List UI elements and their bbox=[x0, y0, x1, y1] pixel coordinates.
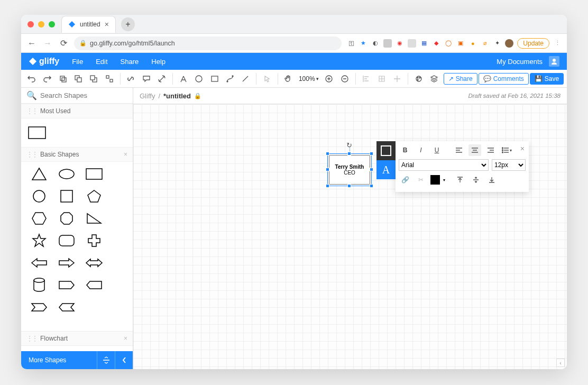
shape-rectangle[interactable] bbox=[27, 125, 47, 141]
gliffy-logo[interactable]: gliffy bbox=[29, 57, 59, 66]
list-button[interactable]: ▾ bbox=[500, 144, 513, 156]
text-color-swatch[interactable] bbox=[430, 175, 440, 185]
resize-handle-nw[interactable] bbox=[326, 152, 329, 155]
bold-button[interactable]: B bbox=[399, 144, 411, 156]
extensions-puzzle-icon[interactable]: ✦ bbox=[493, 39, 501, 48]
menu-share[interactable]: Share bbox=[121, 58, 139, 66]
underline-button[interactable]: U bbox=[430, 144, 443, 156]
close-icon[interactable]: × bbox=[124, 151, 127, 158]
pan-tool[interactable] bbox=[281, 71, 296, 86]
menu-edit[interactable]: Edit bbox=[96, 58, 107, 66]
link-button[interactable] bbox=[124, 71, 138, 86]
shape-plus[interactable] bbox=[85, 233, 104, 249]
insert-link-button[interactable]: 🔗 bbox=[399, 174, 411, 186]
resize-handle-s[interactable] bbox=[347, 184, 351, 188]
copy-button[interactable] bbox=[56, 71, 70, 86]
resize-handle-se[interactable] bbox=[370, 184, 373, 188]
connector-button[interactable] bbox=[154, 71, 169, 86]
minimize-window-button[interactable] bbox=[38, 21, 44, 28]
resize-handle-ne[interactable] bbox=[370, 152, 373, 155]
url-input[interactable]: 🔒 go.gliffy.com/go/html5/launch bbox=[74, 36, 342, 50]
extension-icon-2[interactable]: ◉ bbox=[396, 39, 404, 48]
resize-handle-w[interactable] bbox=[326, 168, 329, 171]
resize-handle-sw[interactable] bbox=[326, 184, 329, 188]
close-icon[interactable]: × bbox=[124, 335, 127, 342]
snap-button[interactable] bbox=[390, 71, 404, 86]
search-shapes-input[interactable] bbox=[40, 91, 129, 99]
shape-tag-right[interactable] bbox=[57, 277, 76, 293]
shape-hexagon[interactable] bbox=[30, 210, 49, 226]
grid-button[interactable] bbox=[374, 71, 389, 86]
valign-bottom-button[interactable] bbox=[485, 174, 498, 186]
shape-octagon[interactable] bbox=[57, 210, 76, 226]
more-shapes-button[interactable]: More Shapes bbox=[21, 356, 97, 364]
back-button[interactable]: ← bbox=[26, 39, 37, 48]
share-button[interactable]: ↗ Share bbox=[444, 73, 477, 85]
resize-handle-e[interactable] bbox=[370, 168, 373, 171]
category-basic-shapes[interactable]: ⋮⋮ Basic Shapes × bbox=[21, 147, 133, 162]
shape-chevron-left[interactable] bbox=[57, 299, 76, 315]
valign-middle-button[interactable] bbox=[470, 174, 482, 186]
breadcrumb-root[interactable]: Gliffy bbox=[140, 92, 155, 100]
extension-icon-6[interactable]: ◯ bbox=[444, 39, 453, 48]
maximize-window-button[interactable] bbox=[49, 21, 55, 28]
shape-rounded-rect[interactable] bbox=[57, 233, 76, 249]
italic-button[interactable]: I bbox=[415, 144, 427, 156]
redo-button[interactable] bbox=[40, 71, 54, 86]
shape-chevron-right[interactable] bbox=[30, 299, 49, 315]
extension-icon-4[interactable]: ▦ bbox=[420, 39, 428, 48]
close-window-button[interactable] bbox=[27, 21, 34, 28]
shape-arrow-right[interactable] bbox=[57, 255, 76, 271]
bring-front-button[interactable] bbox=[71, 71, 85, 86]
tab-close-icon[interactable]: × bbox=[105, 20, 109, 29]
send-back-button[interactable] bbox=[87, 71, 101, 86]
text-style-tab[interactable]: A bbox=[376, 160, 396, 179]
text-tool[interactable] bbox=[176, 71, 190, 86]
remove-link-button[interactable]: ✂ bbox=[415, 174, 427, 186]
line-tool[interactable] bbox=[238, 71, 253, 86]
align-right-button[interactable] bbox=[484, 144, 497, 156]
comments-button[interactable]: 💬 Comments bbox=[479, 73, 529, 85]
category-most-used[interactable]: ⋮⋮ Most Used bbox=[21, 104, 133, 118]
theme-button[interactable] bbox=[411, 71, 426, 86]
new-tab-button[interactable]: + bbox=[121, 17, 135, 31]
extension-icon-5[interactable]: ◆ bbox=[432, 39, 440, 48]
align-center-button[interactable] bbox=[468, 144, 481, 156]
menu-help[interactable]: Help bbox=[151, 58, 166, 66]
close-panel-icon[interactable]: × bbox=[520, 144, 525, 153]
shape-tag-left[interactable] bbox=[85, 277, 104, 293]
selected-shape[interactable]: ↻ Terry Smith CEO bbox=[329, 155, 370, 185]
browser-tab[interactable]: untitled × bbox=[61, 16, 116, 33]
shape-square[interactable] bbox=[57, 188, 76, 204]
shape-right-triangle[interactable] bbox=[85, 210, 104, 226]
distribute-icon[interactable] bbox=[97, 351, 115, 369]
extension-icon-7[interactable]: ▣ bbox=[456, 39, 465, 48]
browser-menu-icon[interactable]: ⋮ bbox=[553, 39, 562, 48]
lock-icon[interactable]: 🔒 bbox=[194, 93, 201, 99]
forward-button[interactable]: → bbox=[42, 39, 53, 48]
fill-style-tab[interactable] bbox=[376, 141, 396, 160]
circle-tool[interactable] bbox=[191, 71, 206, 86]
rss-icon[interactable]: ⌀ bbox=[481, 39, 489, 48]
font-family-select[interactable]: Arial bbox=[399, 159, 489, 171]
shape-body[interactable]: Terry Smith CEO bbox=[329, 155, 370, 185]
align-left-button[interactable] bbox=[453, 144, 465, 156]
document-title[interactable]: *untitled bbox=[163, 92, 191, 100]
collapse-panel-button[interactable] bbox=[115, 351, 133, 369]
user-avatar-icon[interactable] bbox=[549, 56, 559, 67]
shape-cylinder[interactable] bbox=[30, 277, 49, 293]
shape-star[interactable] bbox=[30, 233, 49, 249]
key-icon[interactable]: ⚿ bbox=[347, 39, 355, 48]
pointer-tool[interactable] bbox=[260, 71, 274, 86]
update-button[interactable]: Update bbox=[517, 38, 549, 49]
shape-rectangle[interactable] bbox=[85, 166, 104, 182]
moon-icon[interactable]: ◐ bbox=[371, 39, 380, 48]
extension-icon-3[interactable] bbox=[408, 39, 416, 48]
drawing-canvas[interactable]: ↻ Terry Smith CEO bbox=[133, 104, 567, 369]
align-left-button[interactable] bbox=[359, 71, 373, 86]
zoom-display[interactable]: 100%▾ bbox=[297, 75, 321, 82]
shape-triangle[interactable] bbox=[30, 166, 49, 182]
profile-avatar[interactable] bbox=[505, 39, 513, 48]
zoom-in-button[interactable] bbox=[322, 71, 336, 86]
layers-button[interactable] bbox=[427, 71, 441, 86]
